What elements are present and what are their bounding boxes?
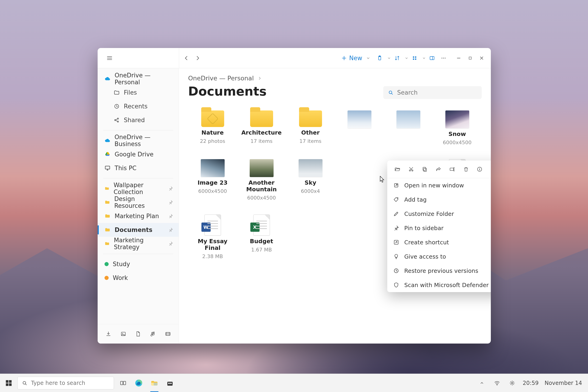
chevron-down-icon[interactable] xyxy=(404,56,408,60)
search-input[interactable] xyxy=(397,89,477,96)
sidebar-this-pc[interactable]: This PC xyxy=(98,161,179,175)
pin-icon[interactable] xyxy=(168,186,173,191)
documents-shortcut[interactable] xyxy=(132,328,144,340)
ctx-open-button[interactable] xyxy=(392,164,402,174)
sort-button[interactable] xyxy=(392,52,403,64)
ctx-properties-button[interactable] xyxy=(474,164,485,174)
context-menu-item[interactable]: Give access to xyxy=(387,250,491,264)
grid-item[interactable]: Image 236000x4500 xyxy=(188,158,237,202)
taskbar-app-store[interactable] xyxy=(164,376,176,390)
grid-item[interactable]: WMy Essay Final2.38 MB xyxy=(188,213,237,261)
start-button[interactable] xyxy=(3,377,15,389)
grid-item[interactable] xyxy=(384,109,433,147)
pencil-icon xyxy=(393,211,399,217)
ctx-share-button[interactable] xyxy=(434,164,444,174)
chevron-down-icon[interactable] xyxy=(422,56,426,60)
taskbar: 20:59 November 14 xyxy=(0,374,588,392)
pin-icon[interactable] xyxy=(168,200,173,205)
nav-forward-button[interactable] xyxy=(192,52,203,64)
sort-icon xyxy=(394,55,400,61)
sidebar-item-label: Marketing Strategy xyxy=(114,237,164,250)
grid-item[interactable]: Architecture17 items xyxy=(237,109,286,147)
hamburger-menu-button[interactable] xyxy=(104,52,115,64)
ctx-copy-button[interactable] xyxy=(420,164,430,174)
item-meta: 17 items xyxy=(250,138,272,144)
item-name: My Essay Final xyxy=(189,238,236,251)
pin-icon[interactable] xyxy=(168,214,173,218)
music-icon xyxy=(150,331,156,337)
external-icon xyxy=(393,182,399,188)
sidebar-tag-study[interactable]: Study xyxy=(98,257,179,271)
task-view-button[interactable] xyxy=(117,376,130,390)
folder-icon xyxy=(104,213,110,219)
videos-shortcut[interactable] xyxy=(162,328,174,340)
nav-back-button[interactable] xyxy=(181,52,192,64)
sidebar-tag-work[interactable]: Work xyxy=(98,271,179,285)
tray-network-button[interactable] xyxy=(492,378,502,388)
sidebar-google-drive[interactable]: Google Drive xyxy=(98,148,179,161)
context-menu-item[interactable]: Create shortcut xyxy=(387,235,491,250)
ctx-cut-button[interactable] xyxy=(406,164,416,174)
more-options-button[interactable] xyxy=(438,52,449,64)
maximize-icon xyxy=(468,56,472,60)
item-meta: 6000x4500 xyxy=(247,195,276,201)
grid-item[interactable]: Other17 items xyxy=(286,109,335,147)
sidebar-pinned-marketing-strategy[interactable]: Marketing Strategy xyxy=(98,237,179,250)
grid-item[interactable]: XBudget1.67 MB xyxy=(237,213,286,261)
context-menu-toolbar xyxy=(387,160,491,178)
sidebar-pinned-wallpaper-collection[interactable]: Wallpaper Collection xyxy=(98,182,179,196)
chevron-down-icon[interactable] xyxy=(387,56,391,60)
ctx-delete-button[interactable] xyxy=(461,164,471,174)
taskbar-app-edge[interactable] xyxy=(132,376,145,390)
window-minimize-button[interactable] xyxy=(453,52,464,64)
grid-item[interactable]: Sky6000x4 xyxy=(286,158,335,202)
sidebar-pinned-documents[interactable]: Documents xyxy=(98,223,179,237)
ctx-more-button[interactable] xyxy=(488,164,491,174)
sidebar-shared[interactable]: Shared xyxy=(98,113,179,127)
sidebar-item-label: OneDrive — Personal xyxy=(114,72,173,86)
grid-item[interactable]: Nature22 photos xyxy=(188,109,237,147)
task-view-icon xyxy=(120,380,126,386)
sidebar-item-label: Shared xyxy=(124,117,145,124)
context-menu-item[interactable]: Add tag xyxy=(387,192,491,207)
context-menu-item[interactable]: Open in new window xyxy=(387,178,491,192)
context-menu-item[interactable]: Restore previous versions xyxy=(387,264,491,278)
context-menu-item[interactable]: Scan with Microsoft Defender xyxy=(387,278,491,292)
grid-item[interactable]: Another Mountain6000x4500 xyxy=(237,158,286,202)
sidebar-onedrive-business[interactable]: OneDrive — Business xyxy=(98,134,179,148)
paste-button[interactable] xyxy=(374,52,385,64)
pin-icon[interactable] xyxy=(168,227,173,232)
sidebar-onedrive-personal[interactable]: OneDrive — Personal xyxy=(98,72,179,86)
pictures-shortcut[interactable] xyxy=(117,328,130,340)
music-shortcut[interactable] xyxy=(147,328,160,340)
tray-overflow-button[interactable] xyxy=(477,378,486,388)
downloads-shortcut[interactable] xyxy=(102,328,115,340)
context-menu-item[interactable]: Pin to sidebar xyxy=(387,221,491,235)
new-button[interactable]: New xyxy=(338,52,374,64)
ctx-rename-button[interactable] xyxy=(447,164,457,174)
grid-item[interactable] xyxy=(335,109,384,147)
grid-item[interactable]: Snow6000x4500 xyxy=(433,109,482,147)
bulb-icon xyxy=(393,254,399,260)
taskbar-app-file-explorer[interactable] xyxy=(148,376,161,390)
taskbar-search-input[interactable] xyxy=(31,380,110,386)
pin-icon[interactable] xyxy=(168,241,173,246)
view-button[interactable] xyxy=(409,52,420,64)
wifi-icon xyxy=(494,380,500,386)
tray-date[interactable]: November 14 xyxy=(544,380,582,386)
app-badge-icon: X xyxy=(250,222,260,232)
tray-settings-button[interactable] xyxy=(508,378,517,388)
sidebar-files[interactable]: Files xyxy=(98,86,179,100)
sidebar-pinned-marketing-plan[interactable]: Marketing Plan xyxy=(98,209,179,223)
sidebar-recents[interactable]: Recents xyxy=(98,100,179,113)
window-close-button[interactable] xyxy=(476,52,487,64)
context-menu-item[interactable]: Customize Folder xyxy=(387,207,491,221)
window-maximize-button[interactable] xyxy=(465,52,476,64)
download-icon xyxy=(106,331,112,337)
search-box[interactable] xyxy=(383,86,482,99)
tray-clock[interactable]: 20:59 xyxy=(523,380,538,386)
details-pane-button[interactable] xyxy=(426,52,438,64)
sidebar-pinned-design-resources[interactable]: Design Resources xyxy=(98,196,179,209)
taskbar-search[interactable] xyxy=(18,376,114,390)
breadcrumb-segment[interactable]: OneDrive — Personal xyxy=(188,75,254,82)
